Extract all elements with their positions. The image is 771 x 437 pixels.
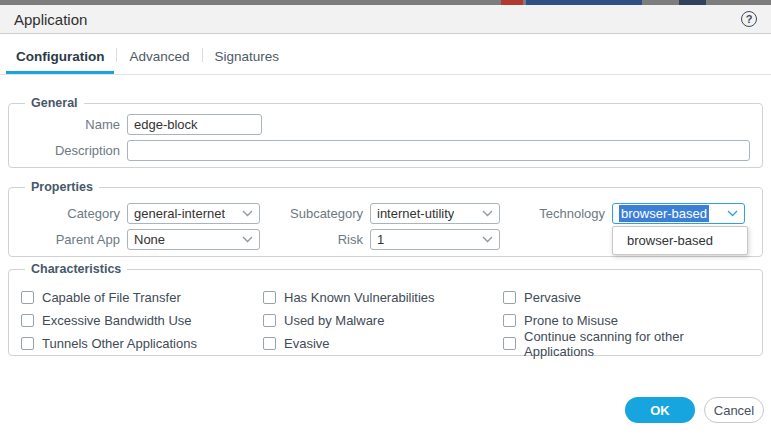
tab-configuration[interactable]: Configuration [6,49,114,74]
properties-section: Properties Category general-internet Sub… [8,180,763,257]
name-input[interactable] [127,114,262,135]
general-legend: General [25,96,84,110]
dialog-title: Application [14,11,87,28]
characteristics-grid: Capable of File Transfer Has Known Vulne… [21,286,750,355]
check-pervasive: Pervasive [503,286,750,309]
parent-app-select[interactable]: None [127,229,260,250]
properties-legend: Properties [25,180,99,194]
checkbox[interactable] [263,291,276,304]
general-section: General Name Description [8,96,763,168]
checkbox[interactable] [503,337,516,350]
checkbox[interactable] [21,314,34,327]
tab-bar: Configuration Advanced Signatures [0,34,771,75]
ok-button[interactable]: OK [625,397,695,423]
dialog-titlebar: Application ? [0,5,771,34]
tab-signatures[interactable]: Signatures [205,49,290,74]
checkbox[interactable] [263,314,276,327]
category-select[interactable]: general-internet [127,203,260,224]
dialog-footer: OK Cancel [0,397,771,423]
parent-app-label: Parent App [21,232,127,247]
cancel-button[interactable]: Cancel [704,397,764,423]
checkbox[interactable] [503,314,516,327]
check-excessive-bandwidth-use: Excessive Bandwidth Use [21,309,263,332]
subcategory-select[interactable]: internet-utility [370,203,500,224]
technology-label: Technology [500,206,612,221]
description-label: Description [21,143,127,158]
checkbox[interactable] [503,291,516,304]
chevron-down-icon [727,210,738,217]
chevron-down-icon [482,236,493,243]
help-icon[interactable]: ? [741,11,757,27]
chevron-down-icon [242,210,253,217]
check-used-by-malware: Used by Malware [263,309,503,332]
name-label: Name [21,117,127,132]
check-continue-scanning: Continue scanning for other Applications [503,332,750,355]
chevron-down-icon [482,210,493,217]
technology-dropdown: browser-based [612,226,748,255]
checkbox[interactable] [21,337,34,350]
technology-select[interactable]: browser-based browser-based [612,203,745,224]
description-input[interactable] [127,140,750,161]
checkbox[interactable] [21,291,34,304]
chevron-down-icon [242,236,253,243]
risk-select[interactable]: 1 [370,229,500,250]
tab-advanced[interactable]: Advanced [119,49,199,74]
tab-divider [116,48,117,62]
checkbox[interactable] [263,337,276,350]
technology-option-browser-based[interactable]: browser-based [613,233,747,248]
check-has-known-vulnerabilities: Has Known Vulnerabilities [263,286,503,309]
characteristics-legend: Characteristics [25,262,127,276]
check-evasive: Evasive [263,332,503,355]
check-tunnels-other-applications: Tunnels Other Applications [21,332,263,355]
tab-divider [202,48,203,62]
subcategory-label: Subcategory [260,206,370,221]
check-capable-of-file-transfer: Capable of File Transfer [21,286,263,309]
category-label: Category [21,206,127,221]
risk-label: Risk [260,232,370,247]
characteristics-section: Characteristics Capable of File Transfer… [8,262,763,356]
